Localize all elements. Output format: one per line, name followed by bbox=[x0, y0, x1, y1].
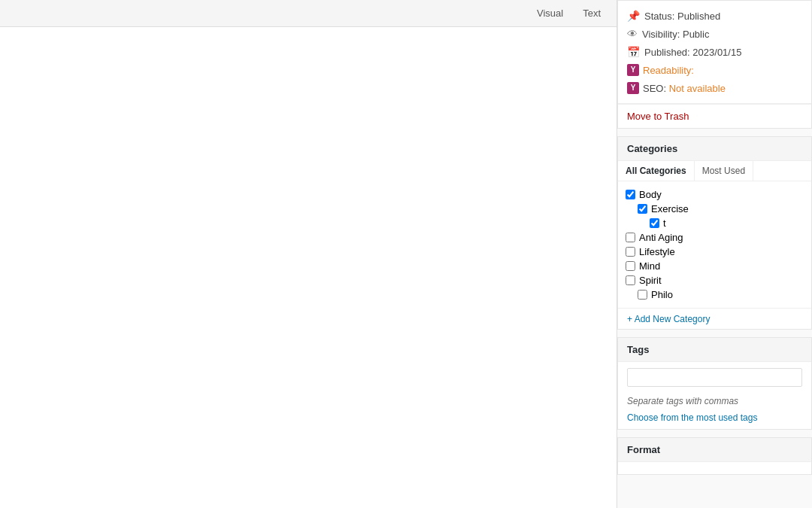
status-value: Published bbox=[677, 11, 720, 22]
tags-input[interactable] bbox=[627, 368, 802, 387]
readability-link[interactable]: Readability: bbox=[643, 65, 694, 76]
cat-label-t: t bbox=[663, 217, 666, 229]
cat-item-lifestyle[interactable]: Lifestyle bbox=[626, 245, 804, 259]
text-tab[interactable]: Text bbox=[574, 4, 609, 23]
categories-title: Categories bbox=[618, 137, 811, 161]
editor-area: Visual Text bbox=[0, 0, 617, 508]
yoast-readability-icon: Y bbox=[627, 64, 639, 76]
add-new-category-button[interactable]: + Add New Category bbox=[627, 314, 710, 324]
sidebar: 📌 Status: Published 👁 Visibility: Public… bbox=[617, 0, 812, 508]
cat-label-philo: Philo bbox=[651, 289, 673, 300]
seo-link[interactable]: Not available bbox=[669, 83, 726, 94]
cat-label-mind: Mind bbox=[639, 260, 660, 272]
cat-label-body: Body bbox=[639, 189, 662, 200]
cat-checkbox-lifestyle[interactable] bbox=[626, 247, 635, 257]
cat-checkbox-exercise[interactable] bbox=[638, 204, 647, 214]
cat-label-lifestyle: Lifestyle bbox=[639, 246, 675, 257]
editor-toolbar: Visual Text bbox=[0, 0, 617, 27]
cat-item-philo[interactable]: Philo bbox=[626, 287, 804, 302]
format-title: Format bbox=[618, 438, 811, 462]
cat-label-spirit: Spirit bbox=[639, 275, 662, 286]
visibility-value: Public bbox=[683, 29, 709, 40]
publish-meta: 📌 Status: Published 👁 Visibility: Public… bbox=[618, 1, 811, 104]
status-label: Status: bbox=[644, 11, 674, 22]
cat-item-body[interactable]: Body bbox=[626, 187, 804, 202]
publish-box: 📌 Status: Published 👁 Visibility: Public… bbox=[617, 0, 812, 129]
published-row: 📅 Published: 2023/01/15 bbox=[627, 43, 802, 61]
cat-label-exercise: Exercise bbox=[651, 203, 689, 214]
cat-checkbox-mind[interactable] bbox=[626, 261, 635, 271]
status-row: 📌 Status: Published bbox=[627, 7, 802, 25]
cat-checkbox-philo[interactable] bbox=[638, 290, 647, 300]
tab-all-categories[interactable]: All Categories bbox=[618, 161, 695, 181]
cat-item-mind[interactable]: Mind bbox=[626, 259, 804, 273]
cat-label-anti-aging: Anti Aging bbox=[639, 232, 683, 243]
cat-item-spirit[interactable]: Spirit bbox=[626, 273, 804, 287]
visual-tab[interactable]: Visual bbox=[529, 4, 571, 23]
yoast-seo-icon: Y bbox=[627, 82, 639, 94]
tags-box: Tags Separate tags with commas Choose fr… bbox=[617, 337, 812, 430]
cat-checkbox-anti-aging[interactable] bbox=[626, 233, 635, 242]
tags-title: Tags bbox=[618, 338, 811, 362]
seo-row: Y SEO: Not available bbox=[627, 79, 802, 97]
pushpin-icon: 📌 bbox=[627, 10, 640, 22]
eye-icon: 👁 bbox=[627, 28, 638, 40]
readability-row: Y Readability: bbox=[627, 61, 802, 79]
cat-item-exercise[interactable]: Exercise bbox=[626, 202, 804, 216]
calendar-icon: 📅 bbox=[627, 46, 640, 58]
published-label: Published: bbox=[644, 47, 690, 58]
published-value: 2023/01/15 bbox=[692, 47, 741, 58]
move-to-trash-section: Move to Trash bbox=[618, 104, 811, 128]
visibility-row: 👁 Visibility: Public bbox=[627, 25, 802, 43]
tab-most-used[interactable]: Most Used bbox=[695, 161, 753, 181]
format-box: Format bbox=[617, 437, 812, 475]
categories-box: Categories All Categories Most Used Body… bbox=[617, 136, 812, 330]
format-content bbox=[618, 462, 811, 474]
cat-item-anti-aging[interactable]: Anti Aging bbox=[626, 230, 804, 245]
cat-checkbox-t[interactable] bbox=[650, 218, 659, 228]
visibility-label: Visibility: bbox=[642, 29, 680, 40]
tags-input-area bbox=[618, 362, 811, 393]
add-new-category-section: + Add New Category bbox=[618, 308, 811, 329]
categories-tabs: All Categories Most Used bbox=[618, 161, 811, 181]
editor-content bbox=[0, 27, 617, 508]
categories-list: Body Exercise t Anti Aging Lifestyle Min bbox=[618, 181, 811, 308]
cat-checkbox-spirit[interactable] bbox=[626, 275, 635, 285]
cat-checkbox-body[interactable] bbox=[626, 190, 635, 199]
tags-hint: Separate tags with commas bbox=[618, 393, 811, 409]
seo-label: SEO: bbox=[643, 83, 666, 94]
cat-item-t[interactable]: t bbox=[626, 216, 804, 230]
choose-from-tags-link[interactable]: Choose from the most used tags bbox=[618, 409, 811, 429]
move-to-trash-button[interactable]: Move to Trash bbox=[627, 111, 689, 122]
